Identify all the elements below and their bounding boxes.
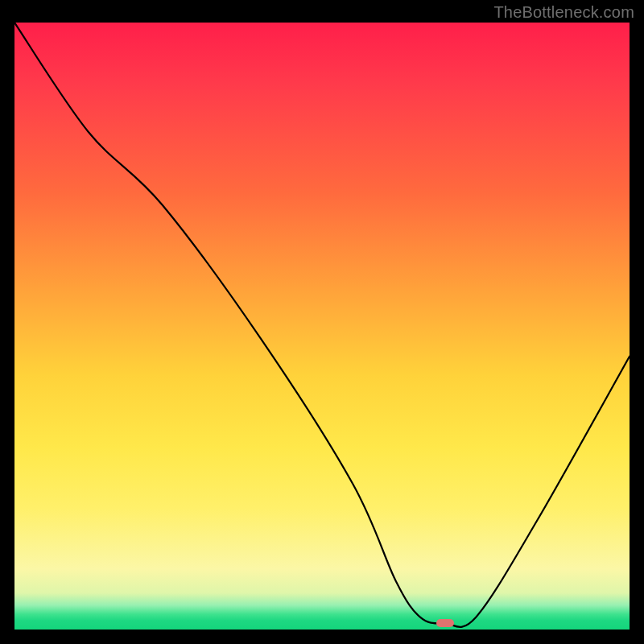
optimal-point-marker [436,619,454,627]
bottleneck-curve [14,23,630,627]
chart-frame: TheBottleneck.com [0,0,644,644]
watermark-text: TheBottleneck.com [493,3,634,22]
chart-svg [14,23,630,630]
plot-area [14,23,630,630]
